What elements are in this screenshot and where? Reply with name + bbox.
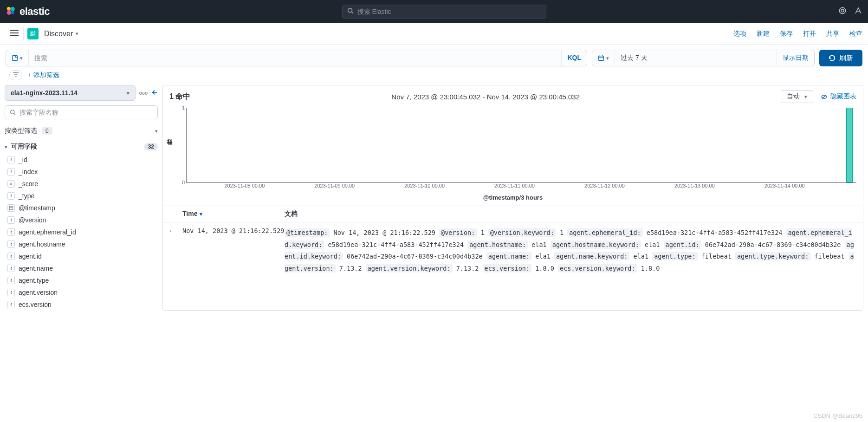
svg-point-6 (839, 7, 846, 14)
nav-toggle[interactable] (6, 27, 24, 40)
row-source: @timestamp: Nov 14, 2023 @ 21:16:22.529 … (285, 227, 856, 275)
field-type-filter[interactable]: 按类型筛选 0 ▾ (5, 124, 158, 138)
main-row: ela1-nginx-2023.11.14 ▾ ooo 按类型筛选 0 ▾ ▾ … (0, 85, 868, 311)
expand-row[interactable]: › (169, 227, 182, 275)
results-header: 1 命中 Nov 7, 2023 @ 23:00:45.032 - Nov 14… (163, 85, 863, 108)
chevron-down-icon: ▾ (804, 94, 807, 100)
menu-inspect[interactable]: 检查 (849, 30, 862, 38)
svg-point-1 (10, 7, 15, 12)
time-picker[interactable]: ▾ 过去 7 天 显示日期 (592, 50, 815, 66)
global-header: elastic (0, 0, 868, 23)
table-row: › Nov 14, 2023 @ 21:16:22.529 @timestamp… (163, 222, 863, 279)
field-item[interactable]: @timestamp (5, 202, 158, 214)
text-type-icon: t (7, 277, 15, 284)
global-search[interactable] (342, 5, 546, 19)
search-icon (347, 7, 354, 15)
field-item[interactable]: t_index (5, 166, 158, 178)
field-item[interactable]: t_type (5, 190, 158, 202)
field-item[interactable]: tagent.ephemeral_id (5, 226, 158, 238)
field-item[interactable]: t@version (5, 214, 158, 226)
histogram-bar[interactable] (846, 108, 853, 182)
text-type-icon: t (7, 289, 15, 296)
query-input-wrap (29, 50, 561, 66)
histogram-chart[interactable]: 计数 1 0 2023-11-08 00:002023-11-09 00:002… (163, 108, 863, 191)
field-item[interactable]: tagent.version (5, 286, 158, 299)
help-icon[interactable] (854, 6, 862, 16)
menu-options[interactable]: 选项 (733, 30, 746, 38)
svg-point-2 (7, 10, 12, 15)
svg-point-0 (7, 7, 11, 11)
x-axis-label: @timestamp/3 hours (163, 191, 863, 206)
field-search-input[interactable] (19, 109, 153, 116)
timerange-display: Nov 7, 2023 @ 23:00:45.032 - Nov 14, 202… (198, 93, 773, 101)
app-bar: 默 Discover ▾ 选项 新建 保存 打开 共享 检查 (0, 23, 868, 45)
query-bar: ▾ KQL ▾ 过去 7 天 显示日期 刷新 (0, 45, 868, 66)
chevron-down-icon: ▾ (5, 144, 7, 149)
filter-icon[interactable] (9, 70, 22, 80)
col-doc[interactable]: 文档 (285, 210, 856, 218)
time-value[interactable]: 过去 7 天 (615, 50, 777, 66)
field-list: t_idt_index#_scoret_type@timestampt@vers… (5, 154, 158, 311)
menu-new[interactable]: 新建 (757, 30, 770, 38)
field-item[interactable]: tagent.id (5, 250, 158, 262)
field-item[interactable]: t_id (5, 154, 158, 166)
app-name[interactable]: Discover ▾ (44, 30, 78, 38)
chevron-down-icon: ▾ (155, 128, 158, 134)
svg-point-4 (348, 8, 352, 13)
field-item[interactable]: tagent.type (5, 274, 158, 286)
chevron-down-icon: ▾ (76, 31, 78, 37)
col-time[interactable]: Time▼ (182, 210, 285, 218)
number-type-icon: # (7, 180, 15, 188)
query-input[interactable] (34, 54, 556, 62)
sidebar-collapse-icon[interactable] (151, 89, 158, 97)
svg-rect-12 (13, 56, 18, 61)
newsfeed-icon[interactable] (838, 6, 847, 16)
chevron-down-icon: ▾ (20, 55, 23, 61)
sidebar: ela1-nginx-2023.11.14 ▾ ooo 按类型筛选 0 ▾ ▾ … (5, 85, 158, 311)
hit-count: 1 命中 (169, 92, 190, 102)
svg-point-21 (11, 110, 14, 114)
calendar-button[interactable]: ▾ (592, 50, 615, 66)
hide-chart[interactable]: 隐藏图表 (821, 92, 856, 101)
svg-line-5 (351, 12, 353, 14)
interval-select[interactable]: 自动 ▾ (781, 90, 813, 103)
text-type-icon: t (7, 240, 15, 248)
sidebar-sort-icon[interactable]: ooo (139, 90, 148, 96)
query-lang-toggle[interactable]: KQL (561, 50, 587, 66)
field-item[interactable]: #_score (5, 178, 158, 190)
chevron-down-icon: ▾ (606, 55, 609, 61)
saved-query-button[interactable]: ▾ (6, 50, 29, 66)
row-time: Nov 14, 2023 @ 21:16:22.529 (182, 227, 285, 275)
field-item[interactable]: tecs.version (5, 299, 158, 311)
sort-desc-icon: ▼ (198, 211, 203, 217)
svg-line-22 (14, 113, 15, 115)
filter-bar: + 添加筛选 (0, 66, 868, 85)
svg-rect-13 (599, 56, 604, 61)
field-item[interactable]: tagent.name (5, 262, 158, 274)
index-pattern-select[interactable]: ela1-nginx-2023.11.14 ▾ (5, 85, 136, 101)
svg-point-7 (841, 9, 844, 12)
text-type-icon: t (7, 168, 15, 175)
results-panel: 1 命中 Nov 7, 2023 @ 23:00:45.032 - Nov 14… (162, 85, 863, 311)
text-type-icon: t (7, 265, 15, 272)
menu-save[interactable]: 保存 (780, 30, 793, 38)
doc-table-header: Time▼ 文档 (163, 206, 863, 222)
brand-text: elastic (19, 6, 50, 18)
available-fields-header[interactable]: ▾ 可用字段 32 (5, 138, 158, 154)
text-type-icon: t (7, 192, 15, 200)
space-badge[interactable]: 默 (27, 28, 39, 39)
add-filter[interactable]: + 添加筛选 (28, 71, 59, 79)
svg-rect-23 (9, 207, 13, 210)
brand-logo[interactable]: elastic (6, 6, 50, 18)
query-group: ▾ KQL (6, 50, 587, 66)
menu-open[interactable]: 打开 (803, 30, 816, 38)
text-type-icon: t (7, 228, 15, 236)
field-search[interactable] (5, 105, 158, 119)
elastic-logo-icon (6, 6, 16, 17)
menu-share[interactable]: 共享 (826, 30, 839, 38)
refresh-button[interactable]: 刷新 (819, 50, 862, 66)
global-search-input[interactable] (357, 8, 541, 15)
date-type-icon (7, 204, 15, 212)
field-item[interactable]: tagent.hostname (5, 238, 158, 250)
show-dates[interactable]: 显示日期 (777, 50, 814, 66)
